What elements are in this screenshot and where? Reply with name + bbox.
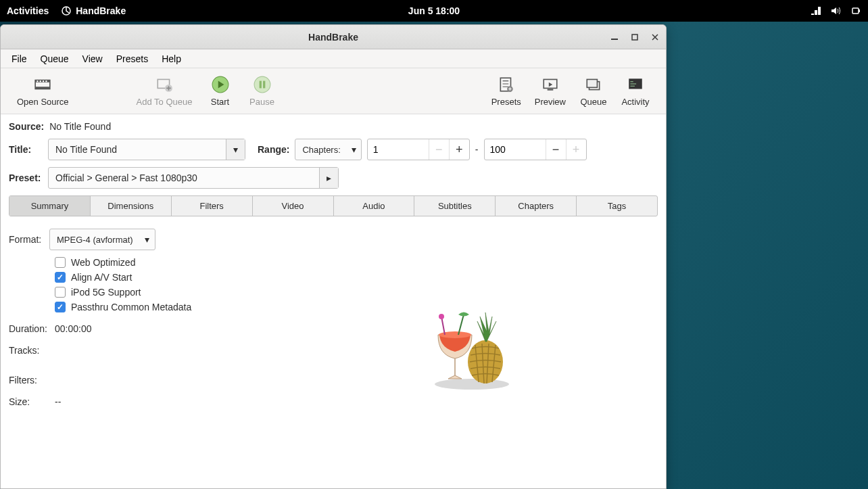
appmenu[interactable]: HandBrake	[61, 5, 126, 16]
handbrake-icon	[61, 5, 72, 16]
svg-point-26	[439, 331, 471, 338]
svg-rect-9	[40, 80, 41, 82]
minus-button[interactable]: −	[546, 139, 566, 160]
clock[interactable]: Jun 5 18:00	[408, 5, 460, 16]
range-from-input[interactable]	[368, 139, 429, 160]
queue-icon	[584, 75, 603, 94]
checkbox-label: Passthru Common Metadata	[71, 302, 191, 312]
minimize-button[interactable]	[608, 30, 621, 44]
range-to-input[interactable]	[485, 139, 546, 160]
format-combo[interactable]: MPEG-4 (avformat) ▾	[49, 229, 155, 250]
svg-rect-4	[632, 34, 637, 40]
toolbar-label: Preview	[535, 97, 566, 107]
svg-rect-2	[859, 9, 860, 12]
menubar: File Queue View Presets Help	[1, 49, 666, 68]
start-button[interactable]: Start	[199, 72, 241, 110]
duration-value: 00:00:00	[55, 323, 92, 334]
presets-button[interactable]: Presets	[485, 72, 528, 110]
tab-filters[interactable]: Filters	[172, 196, 253, 216]
range-label: Range:	[258, 144, 289, 155]
title-combo[interactable]: No Title Found ▾	[48, 139, 245, 160]
source-value: No Title Found	[49, 121, 111, 132]
menu-file[interactable]: File	[5, 51, 34, 67]
chevron-right-icon: ▸	[319, 168, 338, 188]
add-to-queue-button[interactable]: Add To Queue	[130, 72, 199, 110]
menu-queue[interactable]: Queue	[34, 51, 76, 67]
pause-icon	[253, 75, 272, 94]
range-from-spin[interactable]: − +	[367, 139, 470, 160]
filters-label: Filters:	[9, 375, 49, 386]
tab-tags[interactable]: Tags	[577, 196, 657, 216]
toolbar-label: Add To Queue	[137, 97, 193, 107]
ipod-5g-checkbox[interactable]	[55, 287, 66, 298]
tab-video[interactable]: Video	[253, 196, 334, 216]
tab-audio[interactable]: Audio	[334, 196, 415, 216]
tab-subtitles[interactable]: Subtitles	[414, 196, 496, 216]
toolbar-label: Queue	[580, 97, 606, 107]
svg-rect-21	[548, 89, 554, 91]
activity-button[interactable]: Activity	[614, 72, 656, 110]
tab-dimensions[interactable]: Dimensions	[91, 196, 172, 216]
range-type-combo[interactable]: Chapters: ▾	[295, 139, 361, 160]
content-area: Source: No Title Found Title: No Title F…	[1, 114, 666, 488]
svg-rect-11	[46, 80, 47, 82]
presets-icon	[497, 75, 516, 94]
svg-rect-3	[611, 39, 618, 40]
add-image-icon	[155, 75, 174, 94]
svg-rect-23	[587, 79, 597, 87]
network-icon[interactable]	[810, 5, 821, 16]
range-sep: -	[475, 144, 479, 155]
pause-button[interactable]: Pause	[241, 72, 283, 110]
plus-button[interactable]: +	[449, 139, 469, 160]
minus-button[interactable]: −	[429, 139, 449, 160]
svg-point-29	[439, 314, 444, 319]
passthru-metadata-checkbox[interactable]	[55, 302, 66, 312]
menu-presets[interactable]: Presets	[110, 51, 155, 67]
toolbar-label: Open Source	[17, 97, 69, 107]
svg-rect-7	[35, 87, 50, 89]
title-combo-text: No Title Found	[49, 144, 226, 155]
handbrake-window: HandBrake File Queue View Presets Help O…	[0, 24, 667, 489]
activities-button[interactable]: Activities	[7, 5, 49, 16]
svg-rect-17	[263, 81, 265, 89]
web-optimized-checkbox[interactable]	[55, 257, 66, 268]
toolbar-label: Activity	[621, 97, 649, 107]
preview-button[interactable]: Preview	[528, 72, 573, 110]
chevron-down-icon: ▾	[347, 139, 361, 160]
align-av-checkbox[interactable]	[55, 272, 66, 283]
toolbar: Open Source Add To Queue Start Pause Pre…	[1, 68, 666, 114]
gnome-topbar: Activities HandBrake Jun 5 18:00	[0, 0, 868, 22]
checkbox-label: iPod 5G Support	[71, 287, 141, 298]
range-to-spin[interactable]: − +	[484, 139, 587, 160]
queue-button[interactable]: Queue	[573, 72, 614, 110]
checkbox-label: Web Optimized	[71, 257, 135, 268]
checkbox-label: Align A/V Start	[71, 272, 132, 283]
toolbar-label: Presets	[491, 97, 521, 107]
tabs: Summary Dimensions Filters Video Audio S…	[9, 195, 658, 216]
svg-rect-1	[852, 8, 859, 14]
window-title: HandBrake	[308, 32, 358, 43]
preset-label: Preset:	[9, 172, 43, 183]
menu-view[interactable]: View	[76, 51, 110, 67]
format-label: Format:	[9, 234, 44, 245]
size-label: Size:	[9, 396, 49, 407]
tab-chapters[interactable]: Chapters	[496, 196, 577, 216]
svg-point-15	[254, 76, 270, 93]
volume-icon[interactable]	[830, 5, 841, 16]
menu-help[interactable]: Help	[155, 51, 188, 67]
activity-icon	[626, 75, 645, 94]
plus-button[interactable]: +	[566, 139, 586, 160]
preset-combo-text: Official > General > Fast 1080p30	[49, 172, 319, 183]
close-button[interactable]	[648, 30, 662, 44]
power-icon[interactable]	[850, 5, 861, 16]
preset-combo[interactable]: Official > General > Fast 1080p30 ▸	[48, 167, 339, 189]
toolbar-label: Start	[211, 97, 229, 107]
svg-rect-8	[37, 80, 39, 82]
titlebar[interactable]: HandBrake	[1, 25, 666, 49]
tab-summary[interactable]: Summary	[9, 196, 91, 216]
open-source-button[interactable]: Open Source	[10, 72, 76, 110]
handbrake-logo-icon	[425, 298, 519, 392]
maximize-button[interactable]	[628, 30, 642, 44]
toolbar-label: Pause	[249, 97, 274, 107]
size-value: --	[55, 396, 61, 407]
